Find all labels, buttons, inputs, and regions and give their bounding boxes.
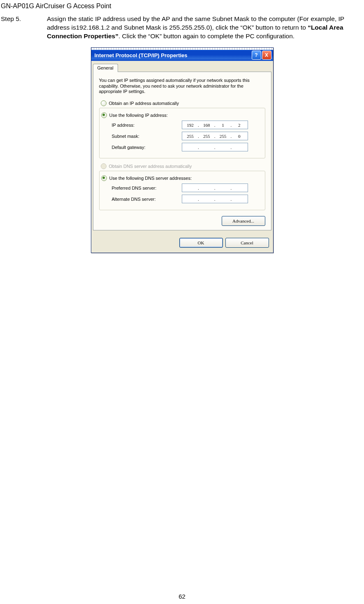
ok-button[interactable]: OK [179, 238, 223, 248]
ip-seg: 255 [201, 134, 212, 139]
default-gateway-label: Default gateway: [112, 145, 182, 150]
tab-content-general: You can get IP settings assigned automat… [93, 72, 271, 230]
subnet-mask-input[interactable]: 255. 255. 255. 0 [182, 132, 248, 140]
radio-use-dns-label: Use the following DNS server addresses: [109, 176, 192, 181]
step-block: Step 5. Assign the static IP address use… [0, 12, 364, 47]
default-gateway-input[interactable]: . . . [182, 143, 248, 151]
radio-obtain-dns [101, 163, 107, 169]
subnet-mask-label: Subnet mask: [112, 134, 182, 139]
radio-obtain-dns-label: Obtain DNS server address automatically [109, 164, 192, 169]
radio-obtain-ip[interactable] [101, 100, 107, 106]
ip-seg: 0 [234, 134, 245, 139]
ip-seg: 192 [184, 123, 196, 128]
titlebar: Internet Protocol (TCP/IP) Properties ? … [91, 50, 273, 61]
radio-use-dns[interactable] [101, 175, 107, 181]
step-text-pre: Assign the static IP address used by the… [47, 15, 344, 31]
alternate-dns-label: Alternate DNS server: [112, 197, 182, 202]
intro-text: You can get IP settings assigned automat… [99, 78, 265, 95]
ip-seg: 168 [201, 123, 212, 128]
alternate-dns-input[interactable]: . . . [182, 195, 248, 203]
page-number: 62 [0, 593, 364, 600]
radio-obtain-ip-label: Obtain an IP address automatically [109, 101, 179, 106]
window-title: Internet Protocol (TCP/IP) Properties [95, 52, 188, 58]
tcpip-properties-dialog: Internet Protocol (TCP/IP) Properties ? … [91, 47, 274, 253]
close-button[interactable]: X [262, 51, 271, 60]
advanced-button[interactable]: Advanced... [222, 216, 265, 226]
ip-seg: 255 [184, 134, 196, 139]
ip-address-input[interactable]: 192. 168. 1. 2 [182, 121, 248, 129]
ip-seg: 1 [217, 123, 229, 128]
preferred-dns-label: Preferred DNS server: [112, 186, 182, 190]
radio-use-ip[interactable] [101, 112, 107, 118]
radio-use-ip-label: Use the following IP address: [109, 113, 168, 118]
ip-seg: 2 [234, 123, 245, 128]
preferred-dns-input[interactable]: . . . [182, 184, 248, 192]
step-text: Assign the static IP address used by the… [47, 15, 364, 41]
step-text-post: . Click the “OK” button again to complet… [118, 33, 294, 39]
ip-seg: 255 [217, 134, 229, 139]
document-title: GN-AP01G AirCruiser G Access Point [0, 0, 364, 12]
tab-general[interactable]: General [93, 64, 118, 72]
help-button[interactable]: ? [252, 51, 261, 60]
cancel-button[interactable]: Cancel [225, 238, 269, 248]
step-label: Step 5. [1, 15, 47, 41]
ip-address-label: IP address: [112, 123, 182, 128]
